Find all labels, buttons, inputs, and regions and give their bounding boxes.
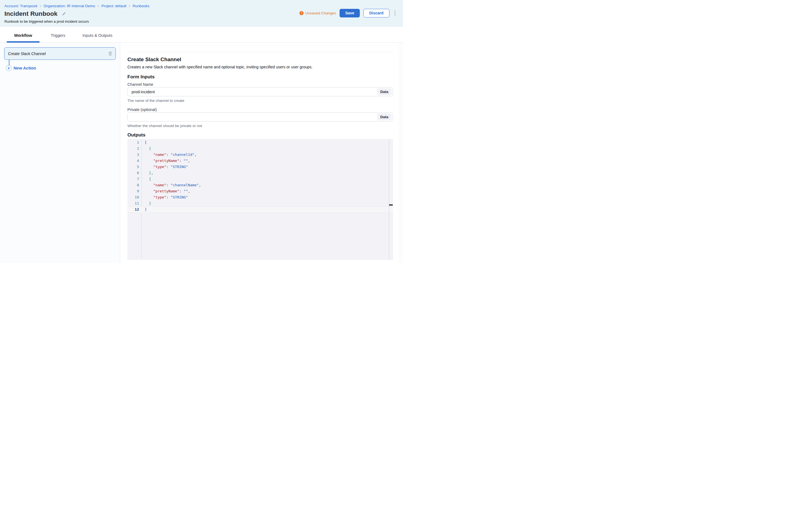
breadcrumb-link-organization[interactable]: Organization: IR Internal Demo [43,4,95,8]
breadcrumb-link-runbooks[interactable]: Runbooks [133,4,150,8]
line-content: }, [145,170,153,176]
chevron-right-icon: › [97,4,99,8]
line-number: 11 [127,201,139,207]
action-card-create-slack-channel[interactable]: Create Slack Channel [4,48,116,60]
tab-inputs-outputs-label: Inputs & Outputs [83,33,112,38]
page-title: Incident Runbook [4,10,58,17]
new-action-button[interactable]: + New Action [6,65,36,71]
outputs-code-editor[interactable]: 1[2 {3 "name": "channelId",4 "prettyName… [127,139,393,260]
line-number: 1 [127,139,139,146]
line-number: 9 [127,188,139,194]
line-content: { [145,146,151,152]
tab-workflow[interactable]: Workflow [7,27,40,42]
private-label: Private (optional) [127,108,157,112]
action-detail-title: Create Slack Channel [127,56,181,62]
channel-name-helper: The name of the channel to create [127,98,184,103]
private-helper: Whether the channel should be private or… [127,124,202,128]
breadcrumb-link-project[interactable]: Project: default [102,4,126,8]
outputs-heading: Outputs [127,132,145,138]
pencil-icon [61,11,66,16]
bottom-strip [0,263,403,266]
kebab-menu-icon[interactable] [393,10,397,17]
channel-name-label: Channel Name [127,82,153,87]
code-line-1[interactable]: 1[ [127,139,393,146]
unsaved-changes-label: Unsaved Changes [305,11,336,15]
channel-name-data-button[interactable]: Data [377,88,392,95]
line-number: 10 [127,194,139,201]
code-line-11[interactable]: 11 } [127,201,393,207]
private-input[interactable] [128,113,393,121]
line-number: 4 [127,158,139,164]
code-line-4[interactable]: 4 "prettyName": "", [127,158,393,164]
channel-name-input[interactable] [128,88,393,96]
alert-circle-icon: ! [299,11,304,15]
code-line-5[interactable]: 5 "type": "STRING" [127,164,393,170]
line-content: } [145,201,151,207]
code-line-8[interactable]: 8 "name": "channelName", [127,182,393,188]
chevron-right-icon: › [129,4,130,8]
channel-name-input-wrap: Data [127,87,393,96]
action-card-label: Create Slack Channel [8,52,46,56]
save-button[interactable]: Save [340,9,360,17]
line-number: 5 [127,164,139,170]
line-content: "prettyName": "", [145,158,190,164]
tab-triggers-label: Triggers [51,33,66,38]
line-content: "type": "STRING" [145,164,188,170]
chevron-right-icon: › [40,4,41,8]
line-content: "name": "channelId", [145,152,197,158]
private-input-wrap: Data [127,112,393,121]
line-content: [ [145,139,147,146]
line-content: ] [145,207,147,213]
tab-workflow-label: Workflow [14,33,32,38]
tab-triggers[interactable]: Triggers [45,27,71,42]
line-number: 7 [127,176,139,182]
line-content: { [145,176,151,182]
line-number: 6 [127,170,139,176]
breadcrumb: Account: Transposit › Organization: IR I… [4,4,150,8]
outputs-code-lines: 1[2 {3 "name": "channelId",4 "prettyName… [127,139,393,213]
plus-circle-icon: + [6,65,12,71]
action-detail-description: Creates a new Slack channel with specifi… [127,65,312,69]
line-number: 12 [127,207,139,213]
new-action-label: New Action [14,65,36,70]
content-area: Create Slack Channel + New Action [0,43,403,266]
page-header: Account: Transposit › Organization: IR I… [0,0,403,27]
line-content: "prettyName": "", [145,188,190,194]
tab-bar: Workflow Triggers Inputs & Outputs [0,27,403,43]
form-inputs-heading: Form Inputs [127,74,154,80]
action-detail-panel: Create Slack Channel Creates a new Slack… [120,43,399,263]
line-number: 2 [127,146,139,152]
editor-scrollbar-thumb[interactable] [389,204,393,206]
edit-title-button[interactable] [61,11,66,16]
discard-button[interactable]: Discard [363,9,389,17]
private-data-button[interactable]: Data [377,113,392,120]
trash-icon [108,51,113,56]
line-number: 3 [127,152,139,158]
code-line-7[interactable]: 7 { [127,176,393,182]
breadcrumb-link-account[interactable]: Account: Transposit [4,4,37,8]
unsaved-changes-badge: ! Unsaved Changes [299,11,336,15]
tab-inputs-outputs[interactable]: Inputs & Outputs [77,27,118,42]
code-line-12[interactable]: 12] [127,206,393,213]
delete-action-button[interactable] [108,48,113,59]
page-subtitle: Runbook to be triggered when a prod inci… [4,19,89,23]
workflow-connector-line [9,60,10,65]
line-content: "name": "channelName", [145,182,201,188]
code-line-9[interactable]: 9 "prettyName": "", [127,188,393,194]
code-line-6[interactable]: 6 }, [127,170,393,176]
editor-scrollbar-track [389,139,389,260]
line-number: 8 [127,182,139,188]
code-line-2[interactable]: 2 { [127,146,393,152]
code-line-10[interactable]: 10 "type": "STRING" [127,194,393,201]
line-content: "type": "STRING" [145,194,188,201]
code-line-3[interactable]: 3 "name": "channelId", [127,152,393,158]
